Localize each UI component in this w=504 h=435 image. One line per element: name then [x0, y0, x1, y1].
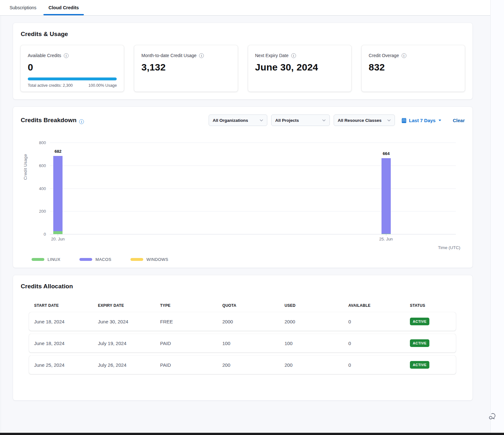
cell-type: FREE	[160, 319, 222, 324]
credits-breakdown-title: Credits Breakdowni	[21, 117, 84, 124]
cell-available: 0	[348, 362, 410, 368]
resource-classes-select[interactable]: All Resource Classes	[334, 114, 395, 126]
chart-bar-20-Jun[interactable]: 682	[53, 156, 63, 234]
legend-item-linux[interactable]: LINUX	[32, 257, 60, 262]
credits-usage-section: Credits & Usage Available Creditsi0Total…	[13, 23, 473, 100]
bar-segment-macos	[382, 158, 391, 234]
y-axis-tick-label: 400	[33, 186, 46, 191]
stat-card-value: 832	[369, 62, 458, 73]
tab-bar: Subscriptions Cloud Credits	[0, 0, 490, 16]
credits-allocation-table: START DATEEXPIRY DATETYPEQUOTAUSEDAVAILA…	[29, 303, 456, 374]
chart-gridline	[50, 188, 456, 189]
organizations-select[interactable]: All Organizations	[209, 114, 267, 126]
stat-card-next-expiry-date: Next Expiry DateiJune 30, 2024	[248, 45, 351, 92]
x-axis-tick-label: 25. Jun	[379, 237, 393, 241]
chevron-down-icon	[322, 119, 326, 122]
legend-item-windows[interactable]: WINDOWS	[130, 257, 168, 262]
cell-available: 0	[348, 341, 410, 346]
stat-card-label-text: Month-to-date Credit Usage	[141, 53, 196, 58]
right-gutter	[490, 0, 504, 433]
chart-legend: LINUXMACOSWINDOWS	[32, 257, 465, 262]
total-active-credits-text: Total active credits: 2,300	[28, 83, 73, 88]
column-header-type: TYPE	[160, 303, 222, 308]
legend-swatch-linux	[32, 258, 44, 261]
cell-start: June 18, 2024	[34, 341, 98, 346]
table-row[interactable]: June 18, 2024June 30, 2024FREE200020000A…	[29, 312, 456, 331]
legend-label: MACOS	[95, 257, 111, 262]
stat-card-label-text: Available Credits	[28, 53, 61, 58]
tab-subscriptions[interactable]: Subscriptions	[8, 0, 38, 15]
chart-gridline	[50, 234, 456, 234]
stat-card-month-to-date-credit-usage: Month-to-date Credit Usagei3,132	[134, 45, 237, 92]
help-chat-button[interactable]	[487, 411, 498, 422]
info-icon[interactable]: i	[79, 119, 84, 124]
resource-classes-select-value: All Resource Classes	[338, 118, 382, 123]
cell-used: 2000	[285, 319, 348, 324]
y-axis-tick-label: 200	[33, 209, 46, 214]
caret-down-icon	[439, 120, 441, 121]
credits-usage-title: Credits & Usage	[21, 31, 465, 38]
cell-quota: 2000	[222, 319, 285, 324]
credit-usage-progress-fill	[28, 77, 117, 80]
stat-card-value: June 30, 2024	[255, 62, 344, 73]
x-axis-tick	[58, 234, 58, 236]
status-badge: ACTIVE	[410, 361, 429, 369]
chat-bubbles-icon	[488, 412, 497, 421]
projects-select[interactable]: All Projects	[271, 114, 330, 126]
bottom-window-bar	[0, 433, 504, 435]
info-icon[interactable]: i	[64, 53, 69, 58]
content-left-border	[1, 16, 1, 433]
stat-card-footer: Total active credits: 2,300100.00% Usage	[28, 83, 117, 88]
column-header-quota: QUOTA	[222, 303, 285, 308]
y-axis-title: Credit Usage	[23, 141, 28, 192]
credits-breakdown-section: Credits Breakdowni All Organizations All…	[13, 107, 473, 268]
stat-card-label: Available Creditsi	[28, 53, 117, 58]
usage-percent-text: 100.00% Usage	[88, 83, 117, 88]
table-header-row: START DATEEXPIRY DATETYPEQUOTAUSEDAVAILA…	[29, 303, 456, 312]
status-badge: ACTIVE	[410, 318, 429, 325]
table-row[interactable]: June 25, 2024July 26, 2024PAID2002000ACT…	[29, 356, 456, 374]
info-icon[interactable]: i	[199, 53, 204, 58]
cell-type: PAID	[160, 362, 222, 368]
legend-item-macos[interactable]: MACOS	[79, 257, 111, 262]
column-header-status: STATUS	[410, 303, 456, 308]
y-axis-tick-label: 0	[33, 232, 46, 237]
x-axis-tick-label: 20. Jun	[51, 237, 65, 241]
cell-quota: 100	[222, 341, 285, 346]
cell-used: 200	[285, 362, 348, 368]
clear-filters-button[interactable]: Clear	[453, 118, 465, 123]
date-range-picker[interactable]: Last 7 Days	[401, 118, 441, 123]
legend-label: LINUX	[48, 257, 60, 262]
column-header-start-date: START DATE	[34, 303, 98, 308]
legend-label: WINDOWS	[146, 257, 168, 262]
credits-allocation-title: Credits Allocation	[21, 283, 465, 290]
table-row[interactable]: June 18, 2024July 19, 2024PAID1001000ACT…	[29, 334, 456, 352]
breakdown-filters: All Organizations All Projects All Resou…	[209, 114, 465, 126]
info-icon[interactable]: i	[291, 53, 296, 58]
bar-total-label: 664	[383, 151, 390, 156]
breakdown-header: Credits Breakdowni All Organizations All…	[21, 114, 465, 126]
credit-usage-chart: 0200400600800Credit Usage68220. Jun66425…	[50, 143, 456, 234]
info-icon[interactable]: i	[402, 53, 406, 58]
page-content: Credits & Usage Available Creditsi0Total…	[0, 16, 490, 420]
legend-swatch-windows	[130, 258, 143, 261]
tab-cloud-credits[interactable]: Cloud Credits	[47, 0, 81, 15]
credits-allocation-section: Credits Allocation START DATEEXPIRY DATE…	[13, 275, 473, 401]
stat-card-label-text: Credit Overage	[369, 53, 399, 58]
stat-card-label: Credit Overagei	[369, 53, 458, 58]
stat-card-label: Next Expiry Datei	[255, 53, 344, 58]
chart-gridline	[50, 143, 456, 143]
stat-card-available-credits: Available Creditsi0Total active credits:…	[21, 45, 124, 92]
projects-select-value: All Projects	[275, 118, 299, 123]
stat-card-value: 3,132	[141, 62, 230, 73]
bar-total-label: 682	[55, 149, 62, 154]
cell-status: ACTIVE	[410, 361, 456, 369]
organizations-select-value: All Organizations	[213, 118, 248, 123]
chart-bar-25-Jun[interactable]: 664	[382, 158, 391, 234]
y-axis-tick-label: 600	[33, 163, 46, 168]
cell-status: ACTIVE	[410, 339, 456, 347]
y-axis-tick-label: 800	[33, 140, 46, 145]
calendar-icon	[401, 118, 407, 123]
chevron-down-icon	[387, 119, 391, 122]
status-badge: ACTIVE	[410, 339, 429, 347]
